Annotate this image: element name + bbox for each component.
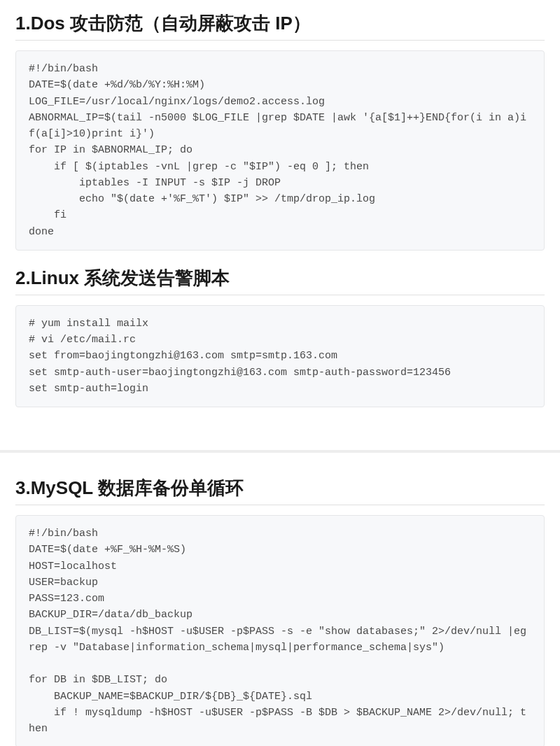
section-1-code-block[interactable]: #!/bin/bash DATE=$(date +%d/%b/%Y:%H:%M)…: [15, 50, 545, 251]
section-1: 1.Dos 攻击防范（自动屏蔽攻击 IP） #!/bin/bash DATE=$…: [15, 11, 545, 251]
section-3: 3.MySQL 数据库备份单循环 #!/bin/bash DATE=$(date…: [15, 476, 545, 746]
page-divider: [0, 423, 560, 472]
section-3-code-block[interactable]: #!/bin/bash DATE=$(date +%F_%H-%M-%S) HO…: [15, 515, 545, 746]
section-2: 2.Linux 系统发送告警脚本 # yum install mailx # v…: [15, 266, 545, 407]
section-3-heading: 3.MySQL 数据库备份单循环: [15, 476, 545, 505]
section-1-heading: 1.Dos 攻击防范（自动屏蔽攻击 IP）: [15, 11, 545, 41]
section-2-code-block[interactable]: # yum install mailx # vi /etc/mail.rc se…: [15, 305, 545, 407]
section-2-heading: 2.Linux 系统发送告警脚本: [15, 266, 545, 295]
